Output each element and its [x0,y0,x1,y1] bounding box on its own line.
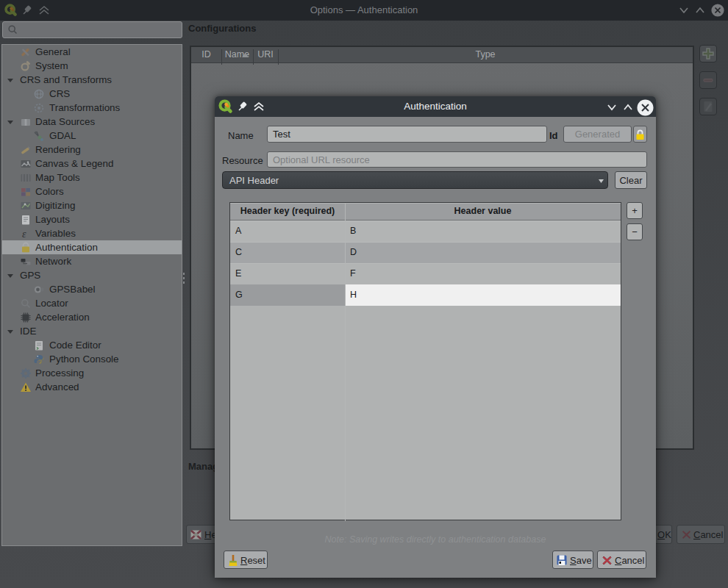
svg-text:ε: ε [22,229,26,240]
